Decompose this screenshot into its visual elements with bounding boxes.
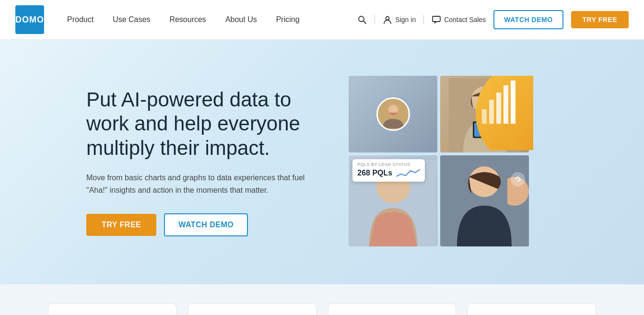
nav-links: Product Use Cases Resources About Us Pri… <box>59 12 357 28</box>
card-3: Domo.AI From data prep to analysis to au… <box>468 303 596 315</box>
portrait-woman <box>376 97 410 131</box>
svg-rect-11 <box>489 100 494 124</box>
svg-rect-3 <box>433 16 440 22</box>
navbar: DOMO Product Use Cases Resources About U… <box>0 0 644 40</box>
sign-in-item[interactable]: Sign in <box>383 15 416 24</box>
account-icon <box>383 15 392 24</box>
nav-right: Sign in Contact Sales WATCH DEMO TRY FRE… <box>357 10 629 29</box>
stats-value: 268 PQLs <box>357 169 392 177</box>
watch-demo-button-hero[interactable]: WATCH DEMO <box>164 213 248 236</box>
hero-section: Put AI-powered data to work and help eve… <box>0 40 644 284</box>
svg-rect-10 <box>482 109 487 124</box>
nav-item-about-us[interactable]: About Us <box>218 12 265 28</box>
nav-item-product[interactable]: Product <box>59 12 101 28</box>
svg-point-21 <box>511 172 525 187</box>
stats-overlay: PQLS BY LEAD STATUS 268 PQLs <box>352 159 425 182</box>
orange-semicircle <box>476 76 533 150</box>
hero-collage: PQLS BY LEAD STATUS 268 PQLs <box>349 76 531 248</box>
svg-point-2 <box>386 17 389 20</box>
hero-title: Put AI-powered data to work and help eve… <box>86 88 322 160</box>
try-free-button-hero[interactable]: TRY FREE <box>86 214 156 236</box>
nav-item-pricing[interactable]: Pricing <box>269 12 307 28</box>
hero-left: Put AI-powered data to work and help eve… <box>86 88 322 236</box>
nav-item-resources[interactable]: Resources <box>162 12 213 28</box>
sparkline-chart <box>396 167 420 179</box>
logo-box: DOMO <box>15 5 44 34</box>
collage-cell-bottom-left: PQLS BY LEAD STATUS 268 PQLs <box>349 155 437 246</box>
nav-icon-group: Sign in Contact Sales <box>357 15 486 24</box>
hero-subtitle: Move from basic charts and graphs to dat… <box>86 172 307 196</box>
contact-sales-item[interactable]: Contact Sales <box>432 15 486 24</box>
contact-sales-label: Contact Sales <box>444 16 486 23</box>
search-icon-item[interactable] <box>357 15 367 24</box>
watch-demo-button-nav[interactable]: WATCH DEMO <box>493 10 563 29</box>
svg-rect-14 <box>511 81 515 124</box>
svg-line-1 <box>363 21 366 23</box>
nav-item-use-cases[interactable]: Use Cases <box>105 12 158 28</box>
hero-buttons: TRY FREE WATCH DEMO <box>86 213 322 236</box>
hero-right: PQLS BY LEAD STATUS 268 PQLs <box>322 76 558 248</box>
logo[interactable]: DOMO <box>15 5 44 34</box>
nav-divider <box>375 15 375 24</box>
woman-silhouette <box>379 101 408 129</box>
stats-label: PQLS BY LEAD STATUS <box>357 162 420 167</box>
nav-divider-2 <box>423 15 424 24</box>
card-2: Data Foundation Build data experiences o… <box>328 303 457 315</box>
svg-rect-12 <box>496 93 501 124</box>
card-1: BI and Analytics Use intuitive dashboard… <box>188 303 316 315</box>
card-0: Apps & Automation Build role-specific so… <box>48 303 176 315</box>
sign-in-label: Sign in <box>395 16 416 23</box>
logo-text: DOMO <box>15 15 44 25</box>
collage-cell-top-left <box>349 76 437 152</box>
collage-cell-bottom-right <box>440 155 529 246</box>
search-icon <box>357 15 367 24</box>
orange-chart-overlay <box>476 76 533 150</box>
try-free-button-nav[interactable]: TRY FREE <box>571 11 629 28</box>
chat-icon <box>432 15 441 24</box>
bar-chart-svg <box>480 76 523 128</box>
woman-smiling-silhouette <box>440 155 529 246</box>
svg-point-0 <box>359 16 364 22</box>
cards-section: Apps & Automation Build role-specific so… <box>0 284 644 315</box>
svg-rect-13 <box>503 85 508 124</box>
